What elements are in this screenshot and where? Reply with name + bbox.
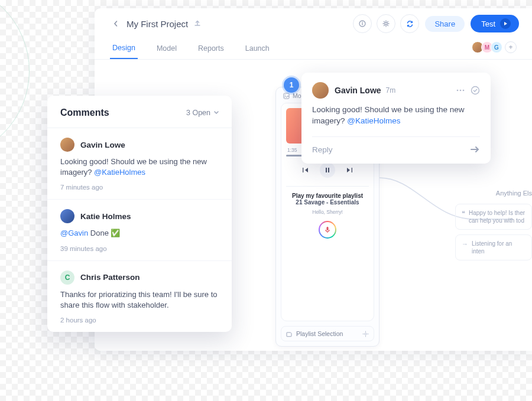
tab-design[interactable]: Design — [110, 39, 138, 59]
media-controls — [286, 162, 369, 178]
comment-text: Looking good! Should we be using the new… — [60, 157, 219, 178]
back-button[interactable] — [108, 15, 124, 32]
comment-text: @Gavin Done ✅ — [60, 228, 219, 239]
comment-item[interactable]: CChris PattersonThanks for prioratizing … — [47, 261, 232, 332]
comment-item[interactable]: Gavin LoweLooking good! Should we be usi… — [47, 128, 232, 200]
prev-icon[interactable] — [302, 167, 309, 173]
upload-icon[interactable] — [194, 20, 201, 27]
comment-author: Gavin Lowe — [80, 141, 125, 149]
avatar[interactable]: G — [491, 41, 502, 53]
svg-point-10 — [457, 90, 459, 92]
tab-reports[interactable]: Reports — [196, 40, 226, 58]
play-card-hello: Hello, Sherry! — [286, 209, 369, 215]
filter-label: 3 Open — [186, 109, 210, 117]
play-icon — [500, 18, 511, 29]
next-icon[interactable] — [346, 167, 353, 173]
reply-placeholder: Reply — [312, 145, 333, 154]
svg-point-11 — [460, 90, 462, 92]
node-number-badge[interactable]: 1 — [284, 77, 299, 93]
comment-time: 39 minutes ago — [60, 245, 219, 252]
mention[interactable]: @KatieHolmes — [347, 116, 400, 125]
resolve-icon[interactable] — [471, 86, 480, 95]
comments-panel: Comments 3 Open Gavin LoweLooking good! … — [47, 96, 232, 332]
svg-rect-8 — [327, 227, 329, 230]
device-footer[interactable]: Playlist Selection — [281, 326, 374, 341]
avatar — [60, 138, 74, 152]
svg-point-5 — [285, 94, 286, 96]
chevron-down-icon — [214, 111, 219, 115]
pause-button[interactable] — [320, 162, 335, 178]
mic-button[interactable] — [319, 221, 336, 239]
test-label: Test — [481, 19, 495, 28]
comment-time: 7m — [386, 86, 396, 94]
avatar-group: M G + — [474, 41, 517, 57]
comment-author: Gavin Lowe — [335, 86, 381, 95]
mention[interactable]: @KatieHolmes — [94, 168, 145, 177]
info-button[interactable] — [353, 14, 372, 33]
more-icon[interactable] — [456, 89, 465, 92]
svg-point-3 — [385, 22, 387, 25]
svg-rect-7 — [328, 168, 329, 172]
hint-card[interactable]: → Listening for an inten — [455, 234, 532, 260]
project-title: My First Project — [126, 19, 188, 29]
tab-model[interactable]: Model — [154, 40, 179, 58]
side-hints: Anything Els ❝ Happy to help! Is ther ca… — [455, 190, 532, 265]
header: My First Project Share Test — [95, 8, 532, 35]
play-card: Play my favourite playlist 21 Savage - E… — [286, 186, 369, 239]
avatar — [60, 209, 74, 223]
arrow-icon: → — [462, 240, 468, 248]
svg-point-9 — [365, 332, 366, 334]
mention[interactable]: @Gavin — [60, 229, 88, 237]
hint-text: Happy to help! Is ther can help you with… — [469, 209, 525, 224]
svg-rect-6 — [326, 168, 327, 172]
comment-body: Looking good! Should we be using the new… — [312, 105, 480, 127]
comment-author: Katie Holmes — [80, 212, 131, 221]
test-button[interactable]: Test — [471, 15, 519, 32]
tab-launch[interactable]: Launch — [243, 40, 272, 58]
send-icon[interactable] — [471, 146, 480, 153]
decorative-circle — [0, 0, 30, 159]
device-footer-label: Playlist Selection — [296, 330, 343, 337]
hint-text: Listening for an inten — [472, 240, 525, 255]
chat-icon: ❝ — [462, 209, 465, 217]
refresh-button[interactable] — [400, 14, 419, 33]
comments-filter[interactable]: 3 Open — [186, 109, 219, 117]
gear-icon[interactable] — [362, 331, 369, 337]
svg-point-1 — [362, 22, 364, 23]
reply-input[interactable]: Reply — [312, 136, 480, 154]
hint-card[interactable]: ❝ Happy to help! Is ther can help you wi… — [455, 204, 532, 230]
add-member-button[interactable]: + — [505, 41, 517, 53]
comment-time: 7 minutes ago — [60, 184, 219, 191]
play-card-title: Play my favourite playlist — [286, 193, 369, 199]
hints-title: Anything Els — [455, 190, 532, 197]
svg-point-13 — [472, 87, 479, 94]
comment-item[interactable]: Katie Holmes@Gavin Done ✅39 minutes ago — [47, 200, 232, 260]
avatar — [312, 82, 329, 99]
comments-title: Comments — [60, 107, 109, 118]
comment-text: Thanks for prioratizing this team! I'll … — [60, 289, 219, 311]
comment-popover: Gavin Lowe 7m Looking good! Should we be… — [301, 73, 491, 164]
svg-point-12 — [463, 90, 465, 92]
time-start: 1:35 — [287, 147, 297, 153]
play-card-subtitle: 21 Savage - Essentials — [286, 199, 369, 206]
comments-list: Gavin LoweLooking good! Should we be usi… — [47, 128, 232, 332]
share-button[interactable]: Share — [425, 16, 465, 32]
svg-rect-2 — [362, 23, 363, 25]
comment-author: Chris Patterson — [80, 273, 140, 282]
comment-time: 2 hours ago — [60, 317, 219, 324]
avatar: C — [60, 270, 74, 285]
settings-button[interactable] — [377, 14, 395, 33]
tabs: Design Model Reports Launch M G + — [95, 35, 532, 60]
